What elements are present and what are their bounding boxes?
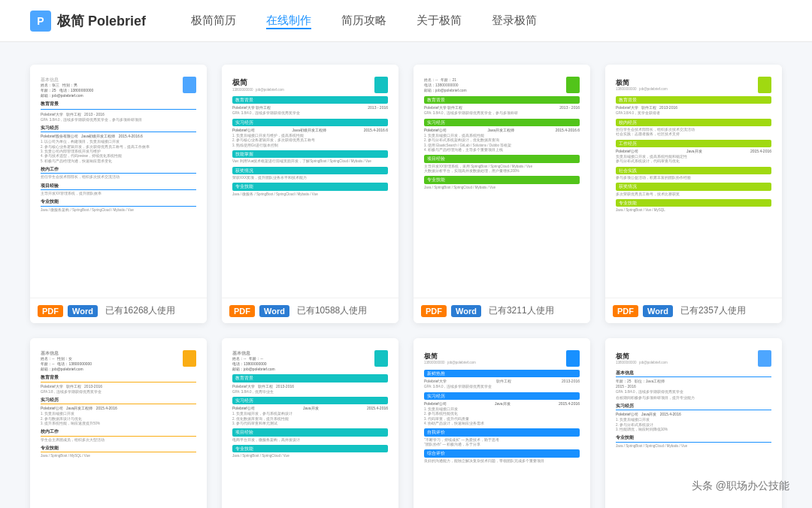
resume-card-7[interactable]: 极简 13800000000 job@polebrief.com 新鲜热推 Po… bbox=[414, 338, 590, 508]
card-preview-5: 基本信息 姓名：-- 性别：女 年龄：-- 电话：13800000000 邮箱：… bbox=[30, 338, 207, 508]
resume-card-4[interactable]: 极简 13800000000 job@polebrief.com 教育背景 Po… bbox=[605, 65, 782, 323]
nav-item-online[interactable]: 在线制作 bbox=[266, 14, 311, 29]
card-preview-4: 极简 13800000000 job@polebrief.com 教育背景 Po… bbox=[605, 65, 782, 298]
badge-word-4: Word bbox=[643, 305, 673, 317]
logo-text: 极简 Polebrief bbox=[57, 12, 146, 30]
resume-card-6[interactable]: 基本信息 姓名：-- 年龄：-- 电话：13800000000 邮箱：job@p… bbox=[222, 338, 398, 508]
card-footer-1: PDF Word 已有16268人使用 bbox=[30, 298, 207, 323]
badge-word-2: Word bbox=[259, 305, 289, 317]
nav-item-about[interactable]: 关于极简 bbox=[417, 14, 462, 26]
badge-word-1: Word bbox=[68, 305, 98, 317]
card-preview-2: 极简 13800000000 job@polebrief.com 教育背景 Po… bbox=[222, 65, 398, 298]
card-footer-4: PDF Word 已有2357人使用 bbox=[605, 298, 782, 323]
usage-text-1: 已有16268人使用 bbox=[105, 304, 175, 317]
badge-pdf-2: PDF bbox=[229, 305, 255, 317]
card-preview-6: 基本信息 姓名：-- 年龄：-- 电话：13800000000 邮箱：job@p… bbox=[222, 338, 398, 508]
usage-text-3: 已有3211人使用 bbox=[489, 304, 554, 317]
nav-item-login[interactable]: 登录极简 bbox=[492, 14, 537, 26]
card-preview-1: 基本信息 姓名：张三 性别：男 年龄：25 电话：13800000000 邮箱：… bbox=[30, 65, 207, 298]
card-footer-2: PDF Word 已有10588人使用 bbox=[222, 298, 398, 323]
resume-card-5[interactable]: 基本信息 姓名：-- 性别：女 年龄：-- 电话：13800000000 邮箱：… bbox=[30, 338, 207, 508]
watermark: 头条 @职场办公技能 bbox=[692, 479, 789, 493]
nav-item-strategy[interactable]: 简历攻略 bbox=[341, 14, 386, 26]
usage-text-4: 已有2357人使用 bbox=[680, 304, 746, 317]
usage-text-2: 已有10588人使用 bbox=[297, 304, 367, 317]
resume-grid: 基本信息 姓名：张三 性别：男 年龄：25 电话：13800000000 邮箱：… bbox=[30, 65, 782, 508]
resume-card-1[interactable]: 基本信息 姓名：张三 性别：男 年龄：25 电话：13800000000 邮箱：… bbox=[30, 65, 207, 323]
badge-pdf-4: PDF bbox=[613, 305, 638, 317]
badge-word-3: Word bbox=[451, 305, 481, 317]
card-preview-7: 极简 13800000000 job@polebrief.com 新鲜热推 Po… bbox=[414, 338, 590, 508]
nav-item-jianjian[interactable]: 极简简历 bbox=[191, 14, 236, 26]
card-preview-3: 姓名：-- 年龄：21 电话：13800000000 邮箱：job@polebr… bbox=[414, 65, 590, 298]
nav-links: 极简简历 在线制作 简历攻略 关于极简 登录极简 bbox=[191, 14, 537, 28]
logo[interactable]: P 极简 Polebrief bbox=[30, 11, 146, 32]
resume-card-3[interactable]: 姓名：-- 年龄：21 电话：13800000000 邮箱：job@polebr… bbox=[414, 65, 590, 323]
resume-card-2[interactable]: 极简 13800000000 job@polebrief.com 教育背景 Po… bbox=[222, 65, 398, 323]
main-content: 基本信息 姓名：张三 性别：男 年龄：25 电话：13800000000 邮箱：… bbox=[0, 42, 812, 508]
badge-pdf-3: PDF bbox=[421, 305, 447, 317]
navbar: P 极简 Polebrief 极简简历 在线制作 简历攻略 关于极简 登录极简 bbox=[0, 0, 812, 42]
logo-icon: P bbox=[30, 11, 51, 32]
badge-pdf-1: PDF bbox=[38, 305, 63, 317]
card-footer-3: PDF Word 已有3211人使用 bbox=[414, 298, 590, 323]
